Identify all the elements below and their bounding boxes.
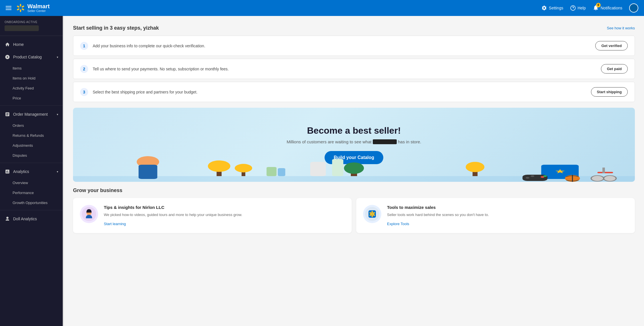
settings-action[interactable]: Settings (541, 5, 563, 11)
sidebar-profile: ONBOARDING ACTIVE (0, 16, 63, 36)
sidebar-item-order-management[interactable]: Order Management ▾ (0, 108, 63, 121)
step-card-2: 2 Tell us where to send your payments. N… (73, 59, 635, 79)
settings-label: Settings (549, 6, 563, 10)
profile-name-redacted (5, 25, 39, 31)
sidebar-item-items[interactable]: Items (0, 63, 63, 73)
tools-icon (365, 207, 379, 221)
see-how-link[interactable]: See how it works (607, 26, 635, 30)
svg-point-29 (526, 177, 529, 179)
grow-title: Grow your business (73, 188, 635, 193)
divider-2 (0, 163, 63, 163)
sidebar-item-orders[interactable]: Orders (0, 121, 63, 131)
home-icon (5, 42, 10, 47)
divider-1 (0, 105, 63, 106)
tips-card-desc: We picked how-to videos, guided tours an… (104, 212, 242, 218)
sidebar-item-home[interactable]: Home (0, 38, 63, 51)
tips-card-title: Tips & insights for Nirlon LLC (104, 205, 242, 210)
svg-rect-35 (267, 167, 277, 176)
tips-card-content: Tips & insights for Nirlon LLC We picked… (104, 205, 242, 226)
sidebar-item-price[interactable]: Price (0, 93, 63, 103)
sidebar-item-activity-feed[interactable]: Activity Feed (0, 83, 63, 93)
tools-icon-container (363, 205, 381, 223)
header-right: Settings Help 0 Notifications (541, 3, 638, 13)
steps-header: Start selling in 3 easy steps, yizhak Se… (73, 25, 635, 31)
sidebar-item-doll-analytics[interactable]: Doll Analytics (0, 213, 63, 225)
orders-chevron: ▾ (57, 113, 58, 116)
grow-cards: Tips & insights for Nirlon LLC We picked… (73, 198, 635, 233)
svg-point-5 (17, 8, 20, 11)
start-learning-link[interactable]: Start learning (104, 222, 126, 226)
walmart-spark-icon (16, 3, 25, 13)
step-3-number: 3 (80, 88, 88, 96)
svg-point-1 (20, 4, 21, 7)
step-2-number: 2 (80, 65, 88, 73)
sidebar-item-product-catalog[interactable]: Product Catalog ▾ (0, 51, 63, 63)
sidebar-nav: Home Product Catalog ▾ Items Items on Ho… (0, 36, 63, 227)
sidebar-item-overview[interactable]: Overview (0, 178, 63, 188)
svg-point-25 (591, 176, 604, 181)
main-content: Start selling in 3 easy steps, yizhak Se… (64, 16, 644, 326)
banner-title: Become a best seller! (307, 125, 401, 136)
svg-point-13 (208, 160, 230, 172)
svg-rect-11 (139, 165, 157, 179)
sidebar-item-growth-opportunities[interactable]: Growth Opportunities (0, 198, 63, 208)
get-paid-button[interactable]: Get paid (601, 64, 628, 74)
help-icon (570, 5, 576, 11)
svg-point-15 (235, 164, 252, 172)
logo-text-area: Walmart Seller Center (27, 3, 50, 13)
explore-tools-link[interactable]: Explore Tools (387, 222, 409, 226)
analytics-label: Analytics (13, 169, 54, 174)
tools-card-desc: Seller tools work hard behind the scenes… (387, 212, 489, 218)
svg-point-3 (21, 8, 25, 11)
step-2-text: Tell us where to send your payments. No … (93, 67, 596, 71)
step-card-1: 1 Add your business info to complete our… (73, 36, 635, 56)
tips-avatar-icon (82, 207, 96, 221)
svg-rect-26 (598, 172, 613, 173)
svg-point-4 (20, 9, 21, 12)
orders-sub-nav: Orders Returns & Refunds Adjustments Dis… (0, 121, 63, 160)
hamburger-menu[interactable] (6, 6, 11, 10)
sidebar-item-adjustments[interactable]: Adjustments (0, 140, 63, 150)
step-1-text: Add your business info to complete our q… (93, 44, 591, 48)
tools-card-content: Tools to maximize sales Seller tools wor… (387, 205, 489, 226)
notification-badge: 0 (596, 3, 601, 7)
step-card-3: 3 Select the best shipping price and par… (73, 82, 635, 102)
svg-rect-36 (278, 168, 285, 176)
svg-point-21 (466, 162, 485, 172)
svg-rect-27 (602, 168, 605, 173)
analytics-chevron: ▾ (57, 170, 58, 173)
logo-area: Walmart Seller Center (16, 3, 50, 13)
svg-point-32 (543, 175, 547, 177)
catalog-icon (5, 54, 10, 60)
catalog-chevron: ▾ (57, 56, 58, 59)
steps-title: Start selling in 3 easy steps, yizhak (73, 25, 159, 31)
become-seller-banner: Become a best seller! Millions of custom… (73, 108, 635, 182)
grow-card-tips: Tips & insights for Nirlon LLC We picked… (73, 198, 352, 233)
home-label: Home (13, 42, 58, 47)
user-avatar[interactable] (629, 3, 638, 13)
header-left: Walmart Seller Center (6, 3, 50, 13)
orders-icon (5, 111, 10, 117)
svg-point-19 (344, 162, 364, 174)
svg-point-6 (17, 5, 20, 8)
sidebar-item-disputes[interactable]: Disputes (0, 150, 63, 160)
sidebar-item-items-on-hold[interactable]: Items on Hold (0, 73, 63, 83)
analytics-sub-nav: Overview Performance Growth Opportunitie… (0, 178, 63, 208)
sidebar-item-performance[interactable]: Performance (0, 188, 63, 198)
step-1-number: 1 (80, 42, 88, 50)
doll-analytics-icon (5, 216, 10, 222)
logo-name: Walmart (27, 3, 50, 9)
notifications-action[interactable]: 0 Notifications (593, 5, 622, 12)
get-verified-button[interactable]: Get verified (595, 41, 628, 50)
product-catalog-label: Product Catalog (13, 55, 54, 59)
order-management-label: Order Management (13, 112, 54, 117)
grow-card-tools: Tools to maximize sales Seller tools wor… (356, 198, 635, 233)
doll-analytics-label: Doll Analytics (13, 217, 58, 221)
sidebar-item-analytics[interactable]: Analytics ▾ (0, 165, 63, 178)
profile-status: ONBOARDING ACTIVE (5, 21, 58, 24)
help-label: Help (578, 6, 586, 10)
logo-sub: Seller Center (27, 9, 50, 13)
help-action[interactable]: Help (570, 5, 586, 11)
start-shipping-button[interactable]: Start shipping (591, 87, 628, 97)
sidebar-item-returns-refunds[interactable]: Returns & Refunds (0, 131, 63, 140)
